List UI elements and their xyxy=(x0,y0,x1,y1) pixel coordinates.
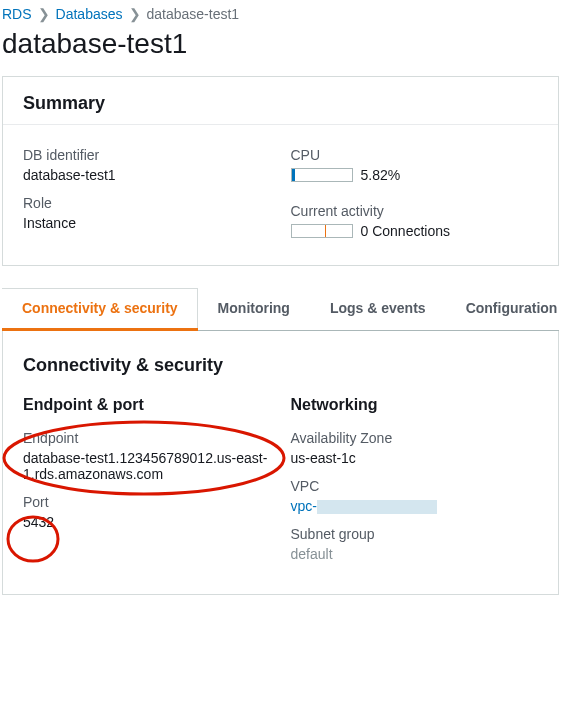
current-activity-label: Current activity xyxy=(291,203,539,219)
endpoint-port-heading: Endpoint & port xyxy=(23,396,271,414)
networking-section: Networking Availability Zone us-east-1c … xyxy=(291,396,539,574)
breadcrumb-parent[interactable]: Databases xyxy=(56,6,123,22)
port-value: 5432 xyxy=(23,514,271,530)
summary-col-left: DB identifier database-test1 Role Instan… xyxy=(23,139,271,251)
tab-monitoring[interactable]: Monitoring xyxy=(198,288,310,330)
chevron-right-icon: ❯ xyxy=(38,6,50,22)
cpu-label: CPU xyxy=(291,147,539,163)
cpu-meter: 5.82% xyxy=(291,167,401,183)
az-label: Availability Zone xyxy=(291,430,539,446)
db-identifier-value: database-test1 xyxy=(23,167,271,183)
vpc-label: VPC xyxy=(291,478,539,494)
subnet-group-value: default xyxy=(291,546,539,562)
role-value: Instance xyxy=(23,215,271,231)
tab-logs-events[interactable]: Logs & events xyxy=(310,288,446,330)
breadcrumb-current: database-test1 xyxy=(147,6,240,22)
role-label: Role xyxy=(23,195,271,211)
tab-connectivity-security[interactable]: Connectivity & security xyxy=(2,288,198,331)
summary-panel: Summary DB identifier database-test1 Rol… xyxy=(2,76,559,266)
summary-title: Summary xyxy=(3,77,558,125)
endpoint-label: Endpoint xyxy=(23,430,271,446)
vpc-link[interactable]: vpc- xyxy=(291,498,317,514)
cs-title: Connectivity & security xyxy=(3,331,558,386)
tabs: Connectivity & securityMonitoringLogs & … xyxy=(2,288,559,331)
page-title: database-test1 xyxy=(2,28,561,60)
az-value: us-east-1c xyxy=(291,450,539,466)
port-label: Port xyxy=(23,494,271,510)
cpu-value: 5.82% xyxy=(361,167,401,183)
subnet-group-label: Subnet group xyxy=(291,526,539,542)
breadcrumb-root[interactable]: RDS xyxy=(2,6,32,22)
chevron-right-icon: ❯ xyxy=(129,6,141,22)
endpoint-value: database-test1.123456789012.us-east-1.rd… xyxy=(23,450,271,482)
tab-configuration[interactable]: Configuration xyxy=(446,288,561,330)
networking-heading: Networking xyxy=(291,396,539,414)
db-identifier-label: DB identifier xyxy=(23,147,271,163)
activity-value: 0 Connections xyxy=(361,223,451,239)
vpc-redacted xyxy=(317,500,437,514)
summary-col-right: CPU 5.82% Current activity 0 Connections xyxy=(291,139,539,251)
endpoint-port-section: Endpoint & port Endpoint database-test1.… xyxy=(23,396,271,574)
connectivity-security-panel: Connectivity & security Endpoint & port … xyxy=(2,331,559,595)
activity-meter: 0 Connections xyxy=(291,223,451,239)
breadcrumb: RDS ❯ Databases ❯ database-test1 xyxy=(0,0,561,24)
vpc-value: vpc- xyxy=(291,498,539,514)
